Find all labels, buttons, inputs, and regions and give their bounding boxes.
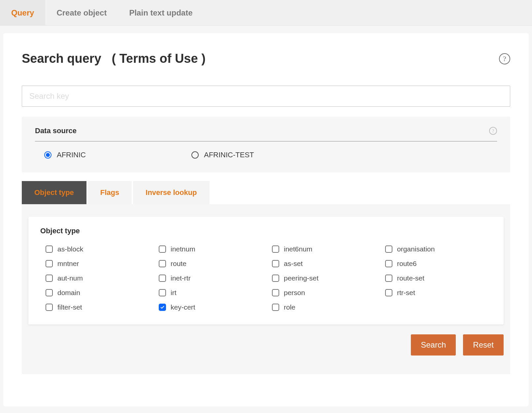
empty-cell	[385, 303, 492, 311]
checkbox-icon	[272, 260, 279, 267]
page-title-terms[interactable]: ( Terms of Use )	[112, 52, 205, 65]
subtab-object-type[interactable]: Object type	[22, 181, 86, 204]
tab-create-object[interactable]: Create object	[45, 0, 118, 25]
checkbox-label: filter-set	[57, 303, 82, 311]
page-title-main: Search query	[22, 52, 101, 65]
checkbox-icon	[46, 304, 53, 311]
checkbox-mntner[interactable]: mntner	[46, 260, 152, 268]
checkbox-icon	[159, 304, 166, 311]
checkbox-icon	[272, 289, 279, 296]
checkbox-route6[interactable]: route6	[385, 260, 492, 268]
subtab-inverse-lookup[interactable]: Inverse lookup	[133, 181, 209, 204]
data-source-options: AFRINICAFRINIC-TEST	[35, 151, 497, 159]
object-type-panel: Object type as-blockinetnuminet6numorgan…	[28, 217, 504, 324]
checkbox-as-block[interactable]: as-block	[46, 245, 152, 253]
radio-label: AFRINIC	[57, 151, 86, 159]
checkbox-irt[interactable]: irt	[159, 289, 265, 297]
checkbox-label: organisation	[397, 245, 435, 253]
checkbox-label: as-block	[57, 245, 83, 253]
checkbox-rtr-set[interactable]: rtr-set	[385, 289, 492, 297]
tab-query[interactable]: Query	[0, 0, 45, 25]
checkbox-icon	[272, 275, 279, 282]
query-page-card: Search query ( Terms of Use ) ? Data sou…	[3, 33, 529, 406]
checkbox-label: route6	[397, 260, 417, 268]
checkbox-organisation[interactable]: organisation	[385, 245, 492, 253]
radio-dot-icon	[191, 151, 199, 159]
search-input[interactable]	[22, 86, 510, 107]
checkbox-label: domain	[57, 289, 80, 297]
checkbox-label: inet-rtr	[171, 274, 191, 282]
data-source-panel: Data source ? AFRINICAFRINIC-TEST	[22, 117, 510, 172]
help-icon[interactable]: ?	[499, 53, 510, 64]
help-icon[interactable]: ?	[489, 127, 497, 135]
radio-afrinic-test[interactable]: AFRINIC-TEST	[191, 151, 254, 159]
checkbox-key-cert[interactable]: key-cert	[159, 303, 265, 311]
radio-label: AFRINIC-TEST	[204, 151, 254, 159]
checkbox-route-set[interactable]: route-set	[385, 274, 492, 282]
checkbox-inet-rtr[interactable]: inet-rtr	[159, 274, 265, 282]
checkbox-label: route-set	[397, 274, 424, 282]
checkbox-icon	[385, 289, 392, 296]
checkbox-peering-set[interactable]: peering-set	[272, 274, 379, 282]
primary-tabs: Query Create object Plain text update	[0, 0, 532, 26]
checkbox-route[interactable]: route	[159, 260, 265, 268]
checkbox-icon	[46, 275, 53, 282]
radio-afrinic[interactable]: AFRINIC	[44, 151, 86, 159]
checkbox-icon	[272, 245, 279, 253]
checkbox-label: route	[171, 260, 186, 268]
checkbox-icon	[385, 275, 392, 282]
page-title: Search query ( Terms of Use )	[22, 52, 206, 66]
checkbox-label: aut-num	[57, 274, 83, 282]
checkbox-label: rtr-set	[397, 289, 415, 297]
checkbox-filter-set[interactable]: filter-set	[46, 303, 152, 311]
action-row: Search Reset	[28, 334, 504, 356]
checkbox-label: inet6num	[284, 245, 312, 253]
object-type-wrapper: Object type as-blockinetnuminet6numorgan…	[22, 204, 510, 374]
checkbox-icon	[385, 245, 392, 253]
checkbox-label: as-set	[284, 260, 303, 268]
tab-plain-text-update[interactable]: Plain text update	[118, 0, 204, 25]
checkbox-label: mntner	[57, 260, 79, 268]
checkbox-icon	[46, 289, 53, 296]
filter-subtabs: Object type Flags Inverse lookup	[22, 181, 510, 204]
checkbox-label: peering-set	[284, 274, 318, 282]
checkbox-label: key-cert	[171, 303, 195, 311]
checkbox-icon	[385, 260, 392, 267]
checkbox-icon	[159, 260, 166, 267]
subtab-flags[interactable]: Flags	[88, 181, 132, 204]
checkbox-domain[interactable]: domain	[46, 289, 152, 297]
data-source-label: Data source	[35, 127, 77, 135]
reset-button[interactable]: Reset	[463, 334, 504, 356]
object-type-heading: Object type	[40, 227, 492, 235]
checkbox-icon	[46, 260, 53, 267]
checkbox-aut-num[interactable]: aut-num	[46, 274, 152, 282]
search-button[interactable]: Search	[411, 334, 456, 356]
checkbox-role[interactable]: role	[272, 303, 379, 311]
checkbox-label: inetnum	[171, 245, 195, 253]
checkbox-icon	[272, 304, 279, 311]
checkbox-icon	[159, 289, 166, 296]
radio-dot-icon	[44, 151, 51, 159]
page-title-row: Search query ( Terms of Use ) ?	[22, 52, 510, 66]
checkbox-label: irt	[171, 289, 177, 297]
checkbox-label: role	[284, 303, 295, 311]
checkbox-label: person	[284, 289, 305, 297]
checkbox-inetnum[interactable]: inetnum	[159, 245, 265, 253]
checkbox-person[interactable]: person	[272, 289, 379, 297]
checkbox-icon	[46, 245, 53, 253]
checkbox-icon	[159, 275, 166, 282]
data-source-header: Data source ?	[35, 127, 497, 141]
checkbox-as-set[interactable]: as-set	[272, 260, 379, 268]
checkbox-inet6num[interactable]: inet6num	[272, 245, 379, 253]
checkbox-icon	[159, 245, 166, 253]
object-type-grid: as-blockinetnuminet6numorganisationmntne…	[40, 245, 492, 311]
